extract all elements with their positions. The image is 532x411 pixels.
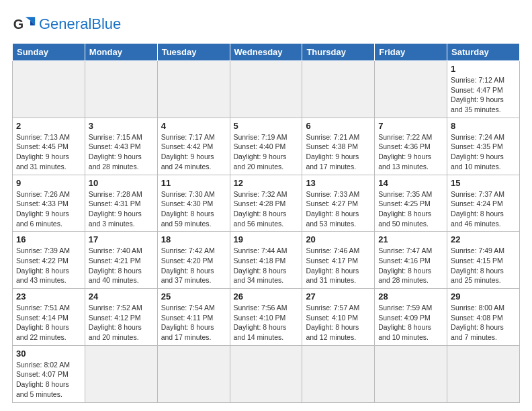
- day-info: Sunrise: 7:21 AM Sunset: 4:38 PM Dayligh…: [306, 132, 371, 172]
- calendar-cell: 30Sunrise: 8:02 AM Sunset: 4:07 PM Dayli…: [13, 345, 85, 402]
- calendar-cell: 2Sunrise: 7:13 AM Sunset: 4:45 PM Daylig…: [13, 118, 85, 175]
- calendar-cell: 1Sunrise: 7:12 AM Sunset: 4:47 PM Daylig…: [447, 61, 520, 118]
- day-number: 6: [306, 121, 371, 131]
- day-info: Sunrise: 7:44 AM Sunset: 4:18 PM Dayligh…: [234, 246, 299, 285]
- day-number: 8: [451, 121, 516, 131]
- calendar-cell: 27Sunrise: 7:57 AM Sunset: 4:10 PM Dayli…: [302, 289, 375, 346]
- calendar-cell: [375, 345, 447, 402]
- calendar-cell: [302, 345, 375, 402]
- day-number: 15: [451, 178, 516, 188]
- weekday-header-tuesday: Tuesday: [157, 44, 230, 61]
- day-info: Sunrise: 7:24 AM Sunset: 4:35 PM Dayligh…: [451, 132, 516, 172]
- day-number: 3: [89, 121, 154, 131]
- calendar-cell: 15Sunrise: 7:37 AM Sunset: 4:24 PM Dayli…: [447, 175, 520, 232]
- weekday-header-thursday: Thursday: [302, 44, 375, 61]
- day-info: Sunrise: 7:22 AM Sunset: 4:36 PM Dayligh…: [378, 132, 443, 172]
- calendar-cell: 13Sunrise: 7:33 AM Sunset: 4:27 PM Dayli…: [302, 175, 375, 232]
- calendar-cell: 10Sunrise: 7:28 AM Sunset: 4:31 PM Dayli…: [85, 175, 157, 232]
- calendar-cell: 18Sunrise: 7:42 AM Sunset: 4:20 PM Dayli…: [157, 232, 230, 289]
- day-number: 10: [89, 178, 154, 188]
- day-number: 4: [161, 121, 226, 131]
- calendar-cell: 26Sunrise: 7:56 AM Sunset: 4:10 PM Dayli…: [230, 289, 302, 346]
- day-number: 25: [161, 291, 226, 302]
- calendar-cell: 20Sunrise: 7:46 AM Sunset: 4:17 PM Dayli…: [302, 232, 375, 289]
- day-info: Sunrise: 7:54 AM Sunset: 4:11 PM Dayligh…: [161, 303, 226, 342]
- calendar: SundayMondayTuesdayWednesdayThursdayFrid…: [12, 43, 520, 403]
- day-number: 18: [161, 234, 226, 244]
- day-info: Sunrise: 7:30 AM Sunset: 4:30 PM Dayligh…: [161, 189, 226, 229]
- header: G GeneralBlue: [12, 12, 520, 36]
- day-number: 7: [378, 121, 443, 131]
- day-info: Sunrise: 7:59 AM Sunset: 4:09 PM Dayligh…: [378, 303, 443, 342]
- week-row-0: 1Sunrise: 7:12 AM Sunset: 4:47 PM Daylig…: [13, 61, 520, 118]
- day-info: Sunrise: 7:56 AM Sunset: 4:10 PM Dayligh…: [234, 303, 299, 342]
- day-number: 21: [378, 234, 443, 244]
- calendar-cell: [85, 61, 157, 118]
- logo-text: GeneralBlue: [39, 17, 121, 32]
- day-info: Sunrise: 7:47 AM Sunset: 4:16 PM Dayligh…: [378, 246, 443, 285]
- logo-icon: G: [12, 12, 36, 36]
- calendar-cell: 25Sunrise: 7:54 AM Sunset: 4:11 PM Dayli…: [157, 289, 230, 346]
- calendar-cell: [157, 61, 230, 118]
- calendar-cell: 16Sunrise: 7:39 AM Sunset: 4:22 PM Dayli…: [13, 232, 85, 289]
- day-number: 29: [451, 291, 516, 302]
- week-row-4: 23Sunrise: 7:51 AM Sunset: 4:14 PM Dayli…: [13, 289, 520, 346]
- calendar-cell: 4Sunrise: 7:17 AM Sunset: 4:42 PM Daylig…: [157, 118, 230, 175]
- day-info: Sunrise: 7:39 AM Sunset: 4:22 PM Dayligh…: [16, 246, 81, 285]
- day-info: Sunrise: 7:15 AM Sunset: 4:43 PM Dayligh…: [89, 132, 154, 172]
- calendar-cell: 24Sunrise: 7:52 AM Sunset: 4:12 PM Dayli…: [85, 289, 157, 346]
- day-info: Sunrise: 8:00 AM Sunset: 4:08 PM Dayligh…: [451, 303, 516, 342]
- calendar-cell: 28Sunrise: 7:59 AM Sunset: 4:09 PM Dayli…: [375, 289, 447, 346]
- calendar-cell: [230, 61, 302, 118]
- day-info: Sunrise: 7:42 AM Sunset: 4:20 PM Dayligh…: [161, 246, 226, 285]
- day-info: Sunrise: 7:40 AM Sunset: 4:21 PM Dayligh…: [89, 246, 154, 285]
- day-number: 24: [89, 291, 154, 302]
- day-number: 5: [234, 121, 299, 131]
- week-row-2: 9Sunrise: 7:26 AM Sunset: 4:33 PM Daylig…: [13, 175, 520, 232]
- day-info: Sunrise: 7:37 AM Sunset: 4:24 PM Dayligh…: [451, 189, 516, 229]
- weekday-header-saturday: Saturday: [447, 44, 520, 61]
- day-info: Sunrise: 7:51 AM Sunset: 4:14 PM Dayligh…: [16, 303, 81, 342]
- weekday-header-friday: Friday: [375, 44, 447, 61]
- day-number: 26: [234, 291, 299, 302]
- calendar-cell: [447, 345, 520, 402]
- day-number: 23: [16, 291, 81, 302]
- day-number: 14: [378, 178, 443, 188]
- calendar-cell: 21Sunrise: 7:47 AM Sunset: 4:16 PM Dayli…: [375, 232, 447, 289]
- day-info: Sunrise: 7:35 AM Sunset: 4:25 PM Dayligh…: [378, 189, 443, 229]
- day-number: 22: [451, 234, 516, 244]
- day-number: 16: [16, 234, 81, 244]
- calendar-cell: 12Sunrise: 7:32 AM Sunset: 4:28 PM Dayli…: [230, 175, 302, 232]
- calendar-cell: 3Sunrise: 7:15 AM Sunset: 4:43 PM Daylig…: [85, 118, 157, 175]
- day-info: Sunrise: 8:02 AM Sunset: 4:07 PM Dayligh…: [16, 360, 81, 400]
- day-number: 12: [234, 178, 299, 188]
- day-info: Sunrise: 7:46 AM Sunset: 4:17 PM Dayligh…: [306, 246, 371, 285]
- calendar-cell: 23Sunrise: 7:51 AM Sunset: 4:14 PM Dayli…: [13, 289, 85, 346]
- day-info: Sunrise: 7:28 AM Sunset: 4:31 PM Dayligh…: [89, 189, 154, 229]
- weekday-header-monday: Monday: [85, 44, 157, 61]
- calendar-cell: 14Sunrise: 7:35 AM Sunset: 4:25 PM Dayli…: [375, 175, 447, 232]
- day-number: 13: [306, 178, 371, 188]
- calendar-cell: 17Sunrise: 7:40 AM Sunset: 4:21 PM Dayli…: [85, 232, 157, 289]
- day-number: 2: [16, 121, 81, 131]
- day-number: 1: [451, 64, 516, 74]
- day-info: Sunrise: 7:52 AM Sunset: 4:12 PM Dayligh…: [89, 303, 154, 342]
- weekday-header-wednesday: Wednesday: [230, 44, 302, 61]
- calendar-cell: 22Sunrise: 7:49 AM Sunset: 4:15 PM Dayli…: [447, 232, 520, 289]
- week-row-5: 30Sunrise: 8:02 AM Sunset: 4:07 PM Dayli…: [13, 345, 520, 402]
- day-number: 9: [16, 178, 81, 188]
- day-info: Sunrise: 7:49 AM Sunset: 4:15 PM Dayligh…: [451, 246, 516, 285]
- day-info: Sunrise: 7:12 AM Sunset: 4:47 PM Dayligh…: [451, 75, 516, 115]
- weekday-header-sunday: Sunday: [13, 44, 85, 61]
- day-number: 27: [306, 291, 371, 302]
- day-info: Sunrise: 7:57 AM Sunset: 4:10 PM Dayligh…: [306, 303, 371, 342]
- day-info: Sunrise: 7:33 AM Sunset: 4:27 PM Dayligh…: [306, 189, 371, 229]
- calendar-cell: [13, 61, 85, 118]
- day-number: 17: [89, 234, 154, 244]
- calendar-cell: [85, 345, 157, 402]
- calendar-cell: 19Sunrise: 7:44 AM Sunset: 4:18 PM Dayli…: [230, 232, 302, 289]
- day-info: Sunrise: 7:13 AM Sunset: 4:45 PM Dayligh…: [16, 132, 81, 172]
- calendar-cell: 11Sunrise: 7:30 AM Sunset: 4:30 PM Dayli…: [157, 175, 230, 232]
- calendar-cell: 9Sunrise: 7:26 AM Sunset: 4:33 PM Daylig…: [13, 175, 85, 232]
- day-info: Sunrise: 7:32 AM Sunset: 4:28 PM Dayligh…: [234, 189, 299, 229]
